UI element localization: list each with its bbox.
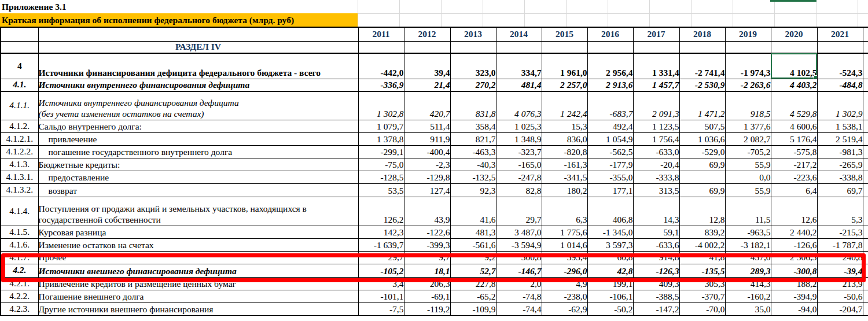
value-cell[interactable]: -388,5 [633, 290, 679, 302]
value-cell[interactable]: -147,2 [633, 302, 679, 315]
row-code-cell[interactable]: 4.1.3. [1, 158, 38, 171]
row-label-cell[interactable]: Источники внутреннего финансирования деф… [38, 91, 358, 120]
value-cell[interactable]: 69,9 [679, 183, 725, 197]
value-cell[interactable]: 270,2 [450, 79, 496, 91]
year-header-cell[interactable]: 2020 [771, 27, 817, 41]
sliver-cell[interactable] [863, 183, 868, 197]
row-code-cell[interactable]: 4.1.5. [1, 226, 38, 238]
value-cell[interactable]: 82,8 [496, 183, 542, 197]
empty-cell[interactable] [817, 41, 863, 53]
value-cell[interactable]: 511,4 [404, 120, 450, 132]
value-cell[interactable]: -161,3 [542, 158, 587, 171]
value-cell[interactable]: 1 775,6 [542, 226, 587, 238]
value-cell[interactable]: -126,6 [771, 238, 817, 251]
value-cell[interactable]: 127,4 [404, 183, 450, 197]
value-cell[interactable]: -562,5 [587, 145, 633, 158]
value-cell[interactable]: 142,3 [358, 226, 404, 238]
sliver-cell[interactable] [863, 132, 868, 145]
value-cell[interactable]: 177,1 [587, 183, 633, 197]
value-cell[interactable]: 1 457,7 [633, 79, 679, 91]
sliver-cell[interactable] [863, 277, 868, 290]
row-code-cell[interactable]: 4.1.3.2. [1, 183, 38, 197]
value-cell[interactable]: 289,3 [725, 264, 771, 277]
value-cell[interactable]: -94,0 [771, 302, 817, 315]
value-cell[interactable]: 41,8 [679, 251, 725, 264]
row-code-cell[interactable] [1, 41, 38, 53]
value-cell[interactable]: -129,8 [404, 171, 450, 183]
value-cell[interactable]: -1 639,7 [358, 238, 404, 251]
value-cell[interactable]: 393,4 [542, 251, 587, 264]
value-cell[interactable]: 2 306,3 [771, 251, 817, 264]
value-cell[interactable]: 1 242,4 [542, 91, 587, 120]
value-cell[interactable]: -561,6 [450, 238, 496, 251]
value-cell[interactable]: -529,0 [679, 145, 725, 158]
value-cell[interactable]: -165,0 [496, 158, 542, 171]
row-code-cell[interactable]: 4.1.6. [1, 238, 38, 251]
value-cell[interactable]: 6,3 [542, 197, 587, 226]
year-header-cell[interactable]: 2016 [587, 27, 633, 41]
value-cell[interactable]: 409,3 [633, 277, 679, 290]
value-cell[interactable]: 4 102,5 [771, 53, 817, 79]
value-cell[interactable]: 55,9 [725, 158, 771, 171]
value-cell[interactable]: -238,0 [542, 290, 587, 302]
value-cell[interactable]: -442,0 [358, 53, 404, 79]
sliver-cell[interactable] [863, 145, 868, 158]
value-cell[interactable]: 52,7 [450, 264, 496, 277]
value-cell[interactable]: -122,6 [404, 226, 450, 238]
corner-cell[interactable] [1, 27, 38, 41]
value-cell[interactable]: 92,3 [450, 183, 496, 197]
value-cell[interactable]: -399,3 [404, 238, 450, 251]
sliver-cell[interactable] [863, 91, 868, 120]
value-cell[interactable]: 4 529,8 [771, 91, 817, 120]
value-cell[interactable]: 313,5 [633, 183, 679, 197]
value-cell[interactable]: 821,7 [450, 132, 496, 145]
value-cell[interactable]: 492,4 [587, 120, 633, 132]
value-cell[interactable]: 2 956,4 [587, 53, 633, 79]
value-cell[interactable]: 21,4 [404, 79, 450, 91]
value-cell[interactable]: 406,8 [587, 197, 633, 226]
value-cell[interactable]: -62,9 [542, 302, 587, 315]
value-cell[interactable]: 42,8 [587, 264, 633, 277]
sliver-cell[interactable] [863, 120, 868, 132]
row-code-cell[interactable]: 4.1.3.1. [1, 171, 38, 183]
sliver-cell[interactable] [863, 158, 868, 171]
row-label-cell[interactable]: Курсовая разница [38, 226, 358, 238]
value-cell[interactable]: 1 756,4 [633, 132, 679, 145]
row-label-cell[interactable]: Источники финансирования дефицита федера… [38, 53, 358, 79]
value-cell[interactable]: 300,8 [496, 251, 542, 264]
row-label-cell[interactable]: Прочее [38, 251, 358, 264]
row-code-cell[interactable]: 4.1.2.2. [1, 145, 38, 158]
value-cell[interactable]: -39,4 [817, 264, 863, 277]
sliver-cell[interactable] [863, 197, 868, 226]
value-cell[interactable]: -1 345,0 [587, 226, 633, 238]
value-cell[interactable]: 305,3 [679, 277, 725, 290]
year-header-cell[interactable]: 2017 [633, 27, 679, 41]
value-cell[interactable]: 507,5 [679, 120, 725, 132]
value-cell[interactable]: -2 741,4 [679, 53, 725, 79]
value-cell[interactable]: 2 519,4 [817, 132, 863, 145]
value-cell[interactable]: -820,8 [542, 145, 587, 158]
value-cell[interactable]: 188,2 [771, 277, 817, 290]
value-cell[interactable]: 180,2 [542, 183, 587, 197]
row-label-cell[interactable]: Другие источники внешнего финансирования [38, 302, 358, 315]
row-label-cell[interactable]: привлечение [38, 132, 358, 145]
value-cell[interactable]: -119,2 [404, 302, 450, 315]
sliver-cell[interactable] [863, 238, 868, 251]
value-cell[interactable]: 1 331,4 [633, 53, 679, 79]
value-cell[interactable]: 11,5 [725, 197, 771, 226]
value-cell[interactable]: 2,0 [496, 277, 542, 290]
value-cell[interactable]: -101,1 [358, 290, 404, 302]
year-header-cell[interactable]: 2013 [450, 27, 496, 41]
row-label-cell[interactable]: возврат [38, 183, 358, 197]
empty-cell[interactable] [542, 41, 587, 53]
value-cell[interactable]: 206,3 [404, 277, 450, 290]
value-cell[interactable]: -323,7 [496, 145, 542, 158]
value-cell[interactable]: -3 182,1 [725, 238, 771, 251]
value-cell[interactable]: 240,8 [817, 251, 863, 264]
value-cell[interactable]: -370,7 [679, 290, 725, 302]
row-code-cell[interactable]: 4.2.1. [1, 277, 38, 290]
value-cell[interactable]: -20,4 [633, 158, 679, 171]
empty-cell[interactable] [450, 41, 496, 53]
value-cell[interactable]: 3,4 [358, 277, 404, 290]
value-cell[interactable]: -463,3 [450, 145, 496, 158]
